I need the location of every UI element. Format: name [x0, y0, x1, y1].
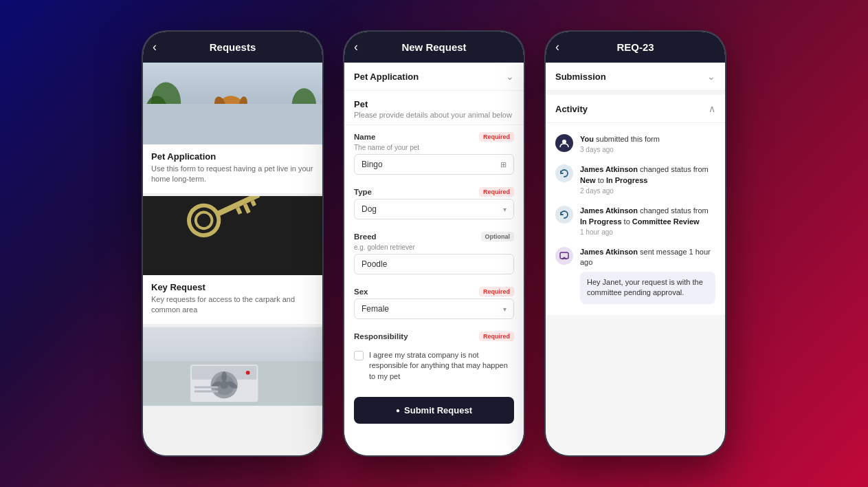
submit-button-wrap: ● Submit Request	[344, 389, 524, 435]
pet-subsection: Pet Please provide details about your an…	[344, 91, 524, 125]
svg-point-3	[222, 104, 274, 133]
new-request-header: ‹ New Request	[344, 32, 524, 63]
svg-point-2	[199, 112, 297, 136]
new-request-screen: ‹ New Request Pet Application ⌄ Pet Plea…	[344, 32, 524, 455]
breed-field: Breed Optional e.g. golden retriever Poo…	[344, 225, 524, 274]
pet-application-desc: Use this form to request having a pet li…	[151, 164, 314, 185]
requests-header: ‹ Requests	[143, 32, 322, 63]
dog-image	[143, 63, 322, 144]
responsibility-checkbox-label: I agree my strata company is not respons…	[369, 350, 514, 382]
requests-title: Requests	[210, 41, 256, 53]
svg-point-14	[292, 88, 316, 122]
req23-back-button[interactable]: ‹	[555, 40, 559, 54]
key-request-body: Key Request Key requests for access to t…	[143, 275, 322, 324]
type-field: Type Required Dog ▾	[344, 180, 524, 219]
type-chevron-icon: ▾	[503, 206, 507, 213]
activity-status1-time: 2 days ago	[580, 187, 715, 195]
requests-screen: ‹ Requests	[143, 32, 322, 455]
sex-field: Sex Required Female ▾	[344, 280, 524, 319]
activity-item-message: James Atkinson sent message 1 hour ago H…	[546, 241, 725, 310]
name-label: Name	[354, 133, 375, 141]
svg-point-1	[194, 115, 302, 142]
activity-header[interactable]: Activity ∧	[546, 95, 725, 123]
submit-label: Submit Request	[404, 405, 472, 415]
back-button[interactable]: ‹	[153, 40, 157, 54]
activity-section: Activity ∧ You	[546, 95, 725, 315]
activity-status2-text: James Atkinson changed status from In Pr…	[580, 206, 715, 227]
breed-input-value: Poodle	[361, 259, 387, 269]
activity-message-content: James Atkinson sent message 1 hour ago H…	[580, 247, 715, 304]
submission-title: Submission	[555, 72, 606, 82]
breed-optional-badge: Optional	[481, 232, 515, 241]
key-request-title: Key Request	[151, 282, 314, 292]
pet-application-body: Pet Application Use this form to request…	[143, 144, 322, 193]
key-image	[143, 196, 322, 275]
sex-select-value: Female	[361, 304, 389, 314]
responsibility-label: Responsibility	[354, 332, 408, 340]
activity-item-status1: James Atkinson changed status from New t…	[546, 159, 725, 200]
responsibility-checkbox-row[interactable]: I agree my strata company is not respons…	[344, 343, 524, 389]
new-request-title: New Request	[401, 41, 466, 53]
type-required-badge: Required	[479, 187, 514, 197]
svg-point-29	[221, 371, 227, 382]
activity-submit-icon	[555, 134, 573, 152]
submit-button[interactable]: ● Submit Request	[354, 397, 514, 424]
name-sublabel: The name of your pet	[354, 144, 514, 151]
svg-point-12	[146, 96, 168, 125]
svg-point-9	[228, 111, 234, 116]
responsibility-header: Responsibility Required	[354, 332, 514, 341]
name-required-badge: Required	[479, 132, 514, 142]
req23-screen: ‹ REQ-23 Submission ⌄ Activity ∧	[546, 32, 725, 455]
req23-title: REQ-23	[616, 41, 654, 53]
activity-status2-icon	[555, 206, 573, 224]
activity-item-status2: James Atkinson changed status from In Pr…	[546, 200, 725, 241]
form-section-header[interactable]: Pet Application ⌄	[344, 63, 524, 91]
svg-rect-13	[302, 107, 306, 131]
sex-field-header: Sex Required	[354, 287, 514, 296]
pet-application-card[interactable]: Pet Application Use this form to request…	[143, 63, 322, 193]
ac-card[interactable]	[143, 327, 322, 406]
submit-icon: ●	[396, 407, 400, 414]
breed-sublabel: e.g. golden retriever	[354, 244, 514, 251]
svg-rect-10	[164, 104, 169, 131]
breed-field-header: Breed Optional	[354, 232, 514, 241]
responsibility-required-badge: Required	[479, 332, 514, 341]
activity-status1-content: James Atkinson changed status from New t…	[580, 164, 715, 195]
type-field-header: Type Required	[354, 187, 514, 197]
activity-submit-time: 3 days ago	[580, 146, 715, 153]
activity-list: You submitted this form 3 days ago	[546, 123, 725, 315]
pet-application-title: Pet Application	[151, 151, 314, 162]
phone-req23: ‹ REQ-23 Submission ⌄ Activity ∧	[544, 30, 726, 457]
sex-select[interactable]: Female ▾	[354, 299, 514, 319]
name-input[interactable]: Bingo ⊞	[354, 154, 514, 175]
breed-input[interactable]: Poodle	[354, 254, 514, 274]
responsibility-field: Responsibility Required	[344, 325, 524, 341]
sex-label: Sex	[354, 288, 368, 296]
name-field: Name Required The name of your pet Bingo…	[344, 125, 524, 175]
svg-point-7	[223, 105, 227, 109]
activity-status1-text: James Atkinson changed status from New t…	[580, 164, 715, 186]
key-request-card[interactable]: Key Request Key requests for access to t…	[143, 196, 322, 324]
phone-new-request: ‹ New Request Pet Application ⌄ Pet Plea…	[343, 30, 525, 457]
activity-item-submit: You submitted this form 3 days ago	[546, 129, 725, 159]
breed-label: Breed	[354, 232, 377, 241]
type-select-value: Dog	[361, 204, 377, 214]
new-request-back-button[interactable]: ‹	[354, 40, 358, 54]
activity-chevron-icon: ∧	[709, 103, 715, 114]
submission-header[interactable]: Submission ⌄	[546, 63, 725, 91]
activity-status1-icon	[555, 164, 573, 182]
activity-status2-content: James Atkinson changed status from In Pr…	[580, 206, 715, 236]
activity-title: Activity	[555, 104, 588, 114]
sex-chevron-icon: ▾	[503, 305, 507, 313]
svg-rect-33	[194, 386, 218, 388]
section-chevron-icon: ⌄	[506, 71, 514, 82]
activity-submit-text: You submitted this form	[580, 134, 715, 144]
type-select[interactable]: Dog ▾	[354, 199, 514, 219]
name-input-value: Bingo	[361, 160, 383, 169]
key-request-desc: Key requests for access to the carpark a…	[151, 294, 314, 316]
req23-header: ‹ REQ-23	[546, 32, 725, 63]
type-label: Type	[354, 188, 372, 196]
activity-message-text: James Atkinson sent message 1 hour ago	[580, 247, 715, 268]
responsibility-checkbox[interactable]	[354, 351, 364, 360]
activity-message-icon	[555, 247, 573, 265]
